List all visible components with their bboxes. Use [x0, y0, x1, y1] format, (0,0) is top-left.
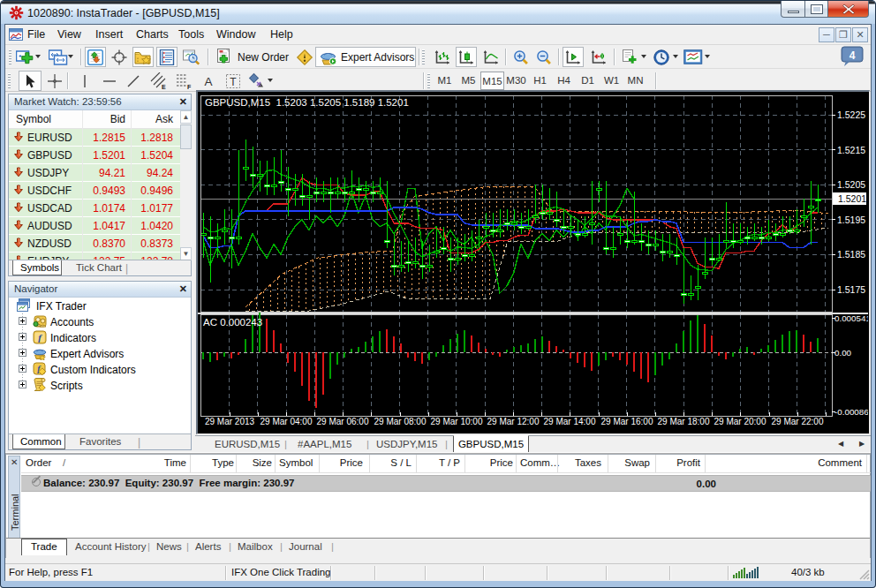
svg-text:0.000541: 0.000541: [834, 313, 868, 323]
svg-text:1.5201: 1.5201: [838, 193, 866, 204]
svg-text:1.5225: 1.5225: [837, 109, 865, 120]
svg-text:1.5185: 1.5185: [837, 249, 865, 260]
svg-text:1.5175: 1.5175: [837, 284, 865, 295]
svg-text:GBPUSD,M15 1.5203 1.5205 1.51: GBPUSD,M15 1.5203 1.5205 1.5189 1.5201: [205, 97, 409, 108]
svg-text:F: F: [187, 84, 192, 90]
svg-text:Terminal: Terminal: [10, 494, 20, 531]
svg-text:29 Mar 16:00: 29 Mar 16:00: [601, 417, 653, 426]
svg-text:29 Mar 08:00: 29 Mar 08:00: [374, 417, 427, 426]
svg-text:1.5215: 1.5215: [837, 145, 865, 155]
svg-text:0.00: 0.00: [834, 348, 852, 358]
svg-text:AC 0.000243: AC 0.000243: [203, 317, 262, 328]
svg-text:T: T: [230, 75, 237, 87]
svg-text:E: E: [162, 84, 166, 90]
svg-text:29 Mar 14:00: 29 Mar 14:00: [544, 417, 596, 426]
svg-text:A: A: [204, 75, 212, 88]
svg-text:1.5195: 1.5195: [837, 215, 865, 225]
svg-text:29 Mar 2013: 29 Mar 2013: [205, 417, 255, 426]
svg-text:29 Mar 06:00: 29 Mar 06:00: [317, 417, 369, 426]
svg-text:4: 4: [850, 49, 856, 62]
svg-text:-0.00086: -0.00086: [834, 407, 868, 417]
svg-text:29 Mar 04:00: 29 Mar 04:00: [261, 417, 313, 426]
svg-text:29 Mar 20:00: 29 Mar 20:00: [714, 417, 766, 426]
svg-text:29 Mar 18:00: 29 Mar 18:00: [658, 417, 710, 426]
svg-text:1.5205: 1.5205: [837, 179, 865, 190]
svg-text:29 Mar 12:00: 29 Mar 12:00: [487, 417, 540, 426]
svg-text:29 Mar 22:00: 29 Mar 22:00: [772, 417, 824, 426]
svg-text:29 Mar 10:00: 29 Mar 10:00: [431, 417, 483, 426]
